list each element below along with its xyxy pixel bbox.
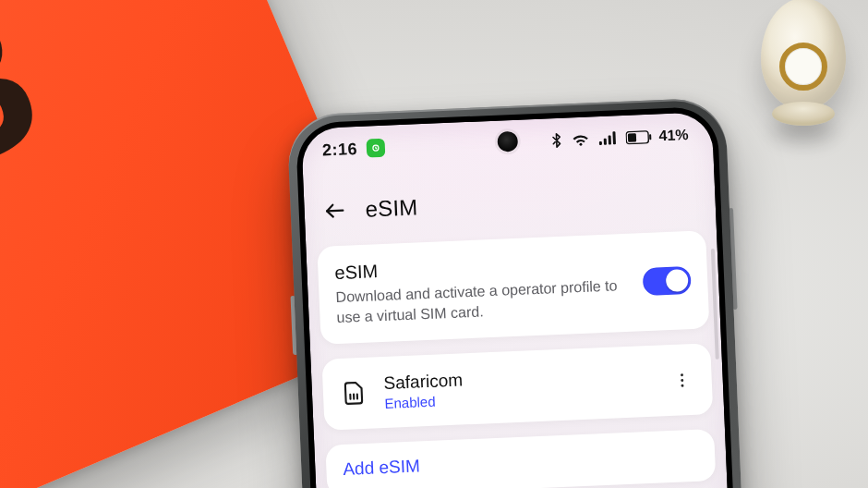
svg-rect-7: [628, 133, 636, 142]
svg-point-9: [681, 379, 683, 382]
content: eSIM Download and activate a operator pr…: [317, 230, 717, 488]
signal-icon: [597, 130, 619, 146]
battery-icon: [625, 129, 652, 144]
svg-rect-3: [609, 135, 611, 144]
sim-profile-card[interactable]: Safaricom Enabled: [321, 343, 713, 431]
svg-point-8: [681, 373, 683, 376]
bluetooth-icon: [549, 132, 563, 150]
esim-toggle-card: eSIM Download and activate a operator pr…: [317, 230, 709, 345]
svg-rect-6: [649, 134, 651, 140]
svg-point-10: [681, 384, 683, 386]
wifi-icon: [570, 130, 591, 148]
page-title: eSIM: [365, 194, 418, 222]
battery-percentage: 41%: [658, 127, 689, 144]
arrow-left-icon: [322, 199, 347, 224]
scene: 13 2:16: [0, 0, 868, 488]
esim-toggle[interactable]: [643, 266, 692, 296]
esim-description: Download and activate a operator profile…: [335, 275, 623, 327]
back-button[interactable]: [320, 196, 349, 225]
clock-time: 2:16: [322, 139, 358, 160]
phone: 2:16: [286, 97, 742, 488]
running-app-icon: [367, 139, 386, 158]
svg-rect-4: [612, 131, 616, 144]
svg-rect-1: [599, 141, 602, 145]
phone-screen: 2:16: [301, 112, 729, 488]
scrollbar[interactable]: [711, 249, 719, 360]
add-esim-card[interactable]: Add eSIM: [325, 429, 716, 488]
title-bar: eSIM: [304, 175, 716, 233]
desk-clock: [748, 0, 859, 148]
sim-more-button[interactable]: [669, 367, 695, 394]
svg-rect-2: [604, 139, 607, 145]
sim-card-icon: [339, 378, 369, 409]
add-esim-label: Add eSIM: [343, 445, 699, 480]
more-vertical-icon: [672, 371, 692, 390]
box-number: 13: [0, 0, 41, 225]
